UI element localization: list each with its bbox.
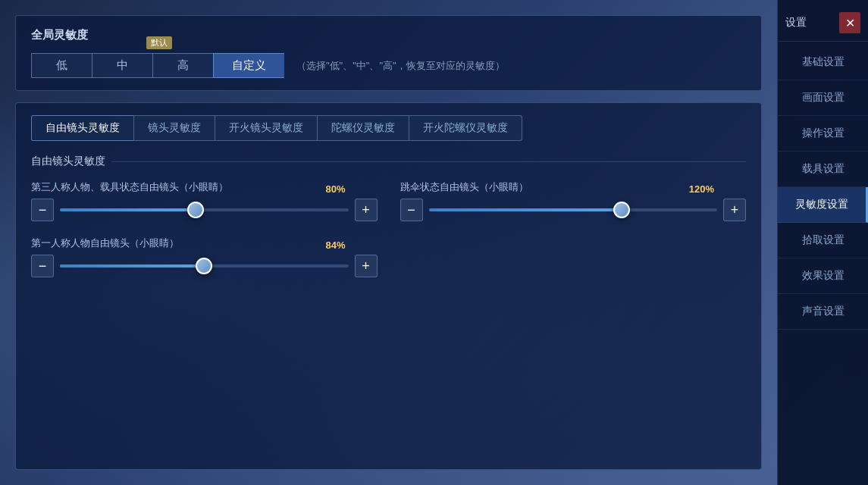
- global-sensitivity-title: 全局灵敏度: [31, 28, 746, 42]
- sidebar-item-effect[interactable]: 效果设置: [778, 258, 868, 294]
- global-sensitivity-box: 全局灵敏度 默认 低 中 高 自定义 （选择"低"、"中"、"高"，恢复至对应的…: [15, 15, 762, 91]
- slider-parachute-value: 120%: [689, 183, 714, 195]
- tab-fire-scope[interactable]: 开火镜头灵敏度: [215, 115, 317, 141]
- slider-first-person-row: 84% − +: [31, 255, 378, 277]
- sidebar: 设置 ✕ 基础设置 画面设置 操作设置 载具设置 灵敏度设置 拾取设置 效果设置…: [777, 0, 868, 485]
- slider-parachute-row: 120% − +: [400, 199, 747, 221]
- slider-third-person-row: 80% − +: [31, 199, 378, 221]
- slider-first-person-value: 84%: [325, 239, 345, 251]
- sidebar-header: 设置 ✕: [778, 8, 868, 41]
- slider-first-person: 第一人称人物自由镜头（小眼睛） 84% − +: [31, 236, 378, 277]
- slider-first-person-minus[interactable]: −: [31, 255, 54, 277]
- sub-tabs: 自由镜头灵敏度 镜头灵敏度 开火镜头灵敏度 陀螺仪灵敏度 开火陀螺仪灵敏度: [31, 115, 746, 141]
- slider-parachute-minus[interactable]: −: [400, 199, 423, 221]
- tab-free-cam[interactable]: 自由镜头灵敏度: [31, 115, 133, 141]
- slider-third-person-minus[interactable]: −: [31, 199, 54, 221]
- sidebar-item-pickup[interactable]: 拾取设置: [778, 223, 868, 258]
- sidebar-item-sound[interactable]: 声音设置: [778, 294, 868, 330]
- sidebar-divider: [778, 41, 868, 42]
- slider-first-person-plus[interactable]: +: [355, 255, 378, 277]
- tab-gyro[interactable]: 陀螺仪灵敏度: [317, 115, 409, 141]
- sensitivity-buttons: 默认 低 中 高 自定义 （选择"低"、"中"、"高"，恢复至对应的灵敏度）: [31, 53, 746, 78]
- default-badge: 默认: [146, 36, 172, 49]
- slider-parachute-track[interactable]: [429, 199, 718, 221]
- sensitivity-custom-button[interactable]: 自定义: [213, 53, 284, 78]
- slider-third-person-plus[interactable]: +: [355, 199, 378, 221]
- tab-fire-gyro[interactable]: 开火陀螺仪灵敏度: [409, 115, 522, 141]
- sidebar-item-vehicle[interactable]: 载具设置: [778, 152, 868, 187]
- main-content: 全局灵敏度 默认 低 中 高 自定义 （选择"低"、"中"、"高"，恢复至对应的…: [0, 0, 777, 485]
- sensitivity-low-button[interactable]: 低: [31, 53, 92, 78]
- sidebar-title: 设置: [785, 16, 807, 30]
- slider-third-person-track[interactable]: [60, 199, 349, 221]
- sidebar-item-sensitivity[interactable]: 灵敏度设置: [778, 187, 868, 223]
- slider-third-person-value: 80%: [325, 183, 345, 195]
- sensitivity-high-button[interactable]: 高: [152, 53, 213, 78]
- sub-sensitivity-box: 自由镜头灵敏度 镜头灵敏度 开火镜头灵敏度 陀螺仪灵敏度 开火陀螺仪灵敏度 自由…: [15, 102, 762, 470]
- close-button[interactable]: ✕: [839, 12, 860, 33]
- sub-section-title: 自由镜头灵敏度: [31, 155, 746, 168]
- slider-first-person-track[interactable]: [60, 255, 349, 277]
- tab-scope[interactable]: 镜头灵敏度: [133, 115, 215, 141]
- slider-third-person: 第三人称人物、载具状态自由镜头（小眼睛） 80% − +: [31, 180, 378, 221]
- sidebar-item-basic[interactable]: 基础设置: [778, 45, 868, 80]
- sidebar-item-display[interactable]: 画面设置: [778, 80, 868, 116]
- sensitivity-hint: （选择"低"、"中"、"高"，恢复至对应的灵敏度）: [296, 59, 505, 73]
- slider-parachute: 跳伞状态自由镜头（小眼睛） 120% − +: [400, 180, 747, 221]
- sidebar-item-control[interactable]: 操作设置: [778, 116, 868, 152]
- sensitivity-mid-button[interactable]: 中: [92, 53, 152, 78]
- sliders-grid: 第三人称人物、载具状态自由镜头（小眼睛） 80% − + 跳伞状态自由镜头（小眼…: [31, 180, 746, 277]
- slider-parachute-plus[interactable]: +: [723, 199, 746, 221]
